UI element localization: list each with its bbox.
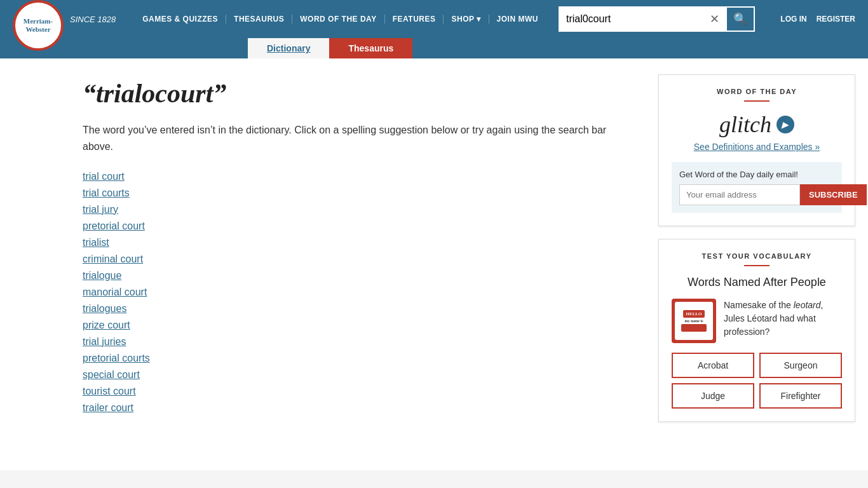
content-area: “trialocourt” The word you’ve entered is… [83, 71, 639, 458]
search-input[interactable] [559, 6, 703, 32]
suggestions-list: trial courttrial courtstrial jurypretori… [83, 171, 639, 414]
vocab-title: Words Named After People [672, 276, 842, 289]
vocab-question: Namesake of the leotard, Jules Léotard h… [724, 299, 842, 339]
suggestion-link-14[interactable]: trailer court [83, 402, 133, 413]
login-link[interactable]: LOG IN [780, 15, 806, 24]
suggestion-link-1[interactable]: trial courts [83, 187, 130, 198]
nav-features[interactable]: FEATURES [385, 15, 444, 24]
wotd-label: WORD OF THE DAY [672, 88, 842, 95]
suggestion-link-7[interactable]: manorial court [83, 287, 147, 297]
hello-badge: HELLO [683, 310, 705, 318]
header-top: Merriam-Webster SINCE 1828 GAMES & QUIZZ… [0, 0, 868, 38]
register-link[interactable]: REGISTER [817, 15, 855, 24]
vocab-answer-acrobat[interactable]: Acrobat [672, 353, 754, 378]
email-row: SUBSCRIBE [679, 184, 834, 205]
wotd-divider [744, 100, 770, 102]
sidebar: WORD OF THE DAY glitch ▶ See Definitions… [658, 71, 855, 458]
vocab-image-inner: HELLO my name is [675, 302, 713, 340]
wotd-card: WORD OF THE DAY glitch ▶ See Definitions… [658, 74, 855, 226]
search-area: ✕ 🔍 [559, 6, 755, 32]
nav-shop[interactable]: SHOP ▾ [444, 15, 489, 24]
vocab-content: HELLO my name is Namesake of the leotard… [672, 299, 842, 343]
list-item: trial court [83, 171, 639, 182]
tab-thesaurus[interactable]: Thesaurus [329, 38, 412, 58]
audio-icon: ▶ [782, 119, 789, 130]
vocab-buttons: Acrobat Surgeon Judge Firefighter [672, 353, 842, 409]
suggestion-link-2[interactable]: trial jury [83, 204, 118, 215]
list-item: criminal court [83, 254, 639, 265]
subscribe-button[interactable]: SUBSCRIBE [800, 184, 867, 205]
list-item: trialogues [83, 303, 639, 315]
email-section: Get Word of the Day daily email! SUBSCRI… [672, 162, 842, 213]
my-name-is-text: my name is [685, 319, 703, 323]
not-found-message: The word you’ve entered isn’t in the dic… [83, 122, 639, 154]
logo-area: Merriam-Webster SINCE 1828 [13, 0, 116, 51]
vocab-label: TEST YOUR VOCABULARY [672, 252, 842, 260]
email-input[interactable] [679, 184, 800, 205]
wotd-word: glitch ▶ [672, 111, 842, 138]
nav-join[interactable]: JOIN MWU [489, 15, 546, 24]
vocab-card: TEST YOUR VOCABULARY Words Named After P… [658, 239, 855, 422]
list-item: pretorial court [83, 220, 639, 232]
list-item: trailer court [83, 402, 639, 414]
audio-button[interactable]: ▶ [776, 116, 794, 133]
search-clear-button[interactable]: ✕ [703, 6, 726, 32]
suggestion-link-4[interactable]: trialist [83, 237, 109, 248]
main-container: “trialocourt” The word you’ve entered is… [0, 58, 868, 470]
search-submit-button[interactable]: 🔍 [726, 6, 755, 32]
vocab-answer-surgeon[interactable]: Surgeon [759, 353, 842, 378]
suggestion-link-10[interactable]: trial juries [83, 336, 126, 347]
vocab-image: HELLO my name is [672, 299, 716, 343]
list-item: trialogue [83, 270, 639, 281]
suggestion-link-6[interactable]: trialogue [83, 270, 121, 281]
name-badge [681, 324, 707, 332]
suggestion-link-8[interactable]: trialogues [83, 303, 126, 314]
list-item: trialist [83, 237, 639, 248]
main-nav: GAMES & QUIZZES THESAURUS WORD OF THE DA… [135, 15, 546, 24]
list-item: trial jury [83, 204, 639, 215]
search-icon: 🔍 [733, 12, 747, 26]
vocab-divider [744, 265, 770, 266]
vocab-answer-judge[interactable]: Judge [672, 383, 754, 409]
list-item: prize court [83, 320, 639, 331]
logo-circle[interactable]: Merriam-Webster [13, 0, 64, 51]
list-item: manorial court [83, 287, 639, 298]
suggestion-link-9[interactable]: prize court [83, 320, 130, 330]
list-item: pretorial courts [83, 353, 639, 364]
tabs-bar: Dictionary Thesaurus [0, 38, 868, 58]
vocab-answer-firefighter[interactable]: Firefighter [759, 383, 842, 409]
suggestion-link-13[interactable]: tourist court [83, 386, 136, 396]
since-text: SINCE 1828 [70, 15, 116, 24]
list-item: special court [83, 369, 639, 381]
nav-games[interactable]: GAMES & QUIZZES [135, 15, 226, 24]
suggestion-link-0[interactable]: trial court [83, 171, 125, 182]
wotd-definitions-link[interactable]: See Definitions and Examples » [694, 142, 820, 152]
list-item: tourist court [83, 386, 639, 397]
suggestion-link-11[interactable]: pretorial courts [83, 353, 150, 363]
list-item: trial courts [83, 187, 639, 199]
nav-thesaurus[interactable]: THESAURUS [226, 15, 292, 24]
list-item: trial juries [83, 336, 639, 348]
search-bar: ✕ [559, 6, 726, 32]
tab-dictionary[interactable]: Dictionary [248, 38, 329, 58]
nav-wotd[interactable]: WORD OF THE DAY [292, 15, 384, 24]
logo-text: Merriam-Webster [24, 17, 53, 34]
suggestion-link-3[interactable]: pretorial court [83, 220, 145, 231]
suggestion-link-5[interactable]: criminal court [83, 254, 143, 264]
wotd-word-text: glitch [719, 111, 771, 138]
auth-links: LOG IN REGISTER [780, 15, 855, 24]
email-label: Get Word of the Day daily email! [679, 170, 834, 179]
suggestion-link-12[interactable]: special court [83, 369, 140, 380]
page-title: “trialocourt” [83, 78, 639, 109]
